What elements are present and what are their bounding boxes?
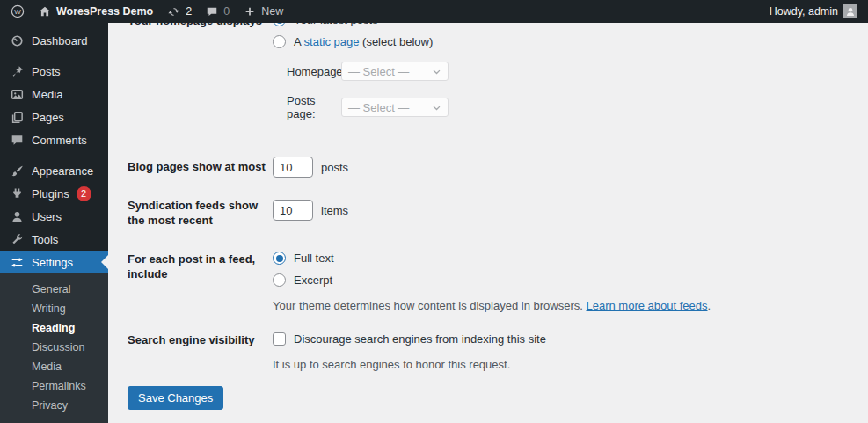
sidebar-item-label: Appearance [32,164,93,178]
updates-count: 2 [186,5,192,18]
sidebar-item-posts[interactable]: Posts [0,60,108,83]
submenu-item-media[interactable]: Media [0,357,108,376]
discourage-indexing-checkbox[interactable] [273,332,286,346]
static-page-option: A static page (select below) [273,33,850,51]
new-content-menu[interactable]: New [244,5,283,18]
homepage-select-value: — Select — [348,65,409,78]
sidebar-item-appearance[interactable]: Appearance [0,159,108,182]
submenu-item-writing[interactable]: Writing [0,299,108,318]
submenu-item-privacy[interactable]: Privacy [0,396,108,415]
pages-icon [9,111,25,124]
full-text-option: Full text [273,249,850,267]
feed-content-label: For each post in a feed, include [128,249,273,312]
chevron-down-icon [432,67,441,77]
homepage-select-row: Homepage: — Select — [273,62,850,81]
home-icon [39,5,51,18]
pushpin-icon [9,65,25,78]
sidebar-item-label: Users [32,210,62,223]
posts-page-select[interactable]: — Select — [341,98,449,117]
items-suffix: items [321,204,348,217]
plugin-icon [9,187,25,201]
comments-icon [9,134,25,147]
site-name: WoresPress Demo [56,5,153,18]
sidebar-item-pages[interactable]: Pages [0,106,108,128]
submenu-item-general[interactable]: General [0,280,108,299]
posts-suffix: posts [321,161,348,174]
static-page-prefix: A [294,35,304,48]
sidebar-item-comments[interactable]: Comments [0,128,108,151]
sidebar-item-label: Settings [32,256,73,269]
comments-link[interactable]: 0 [206,5,230,18]
user-icon [9,210,25,223]
comment-icon [206,5,218,18]
admin-menu: Dashboard Posts Media Pages Comments [0,23,108,423]
blog-pages-row: Blog pages show at most posts [128,157,850,178]
search-visibility-row: Search engine visibility Discourage sear… [128,330,850,371]
sidebar-item-label: Tools [32,233,58,246]
posts-per-page-input[interactable] [273,157,313,178]
feed-content-row: For each post in a feed, include Full te… [128,249,850,312]
plugins-update-badge: 2 [77,186,91,201]
updates-link[interactable]: 2 [167,5,192,18]
sidebar-item-dashboard[interactable]: Dashboard [0,29,108,52]
sidebar-item-tools[interactable]: Tools [0,228,108,251]
excerpt-label: Excerpt [294,273,332,287]
discourage-indexing-option: Discourage search engines from indexing … [273,330,850,348]
sidebar-item-label: Pages [32,111,64,124]
settings-icon [9,256,25,269]
new-label: New [261,5,283,18]
static-page-selects: Homepage: — Select — Posts page: — Selec… [273,62,850,120]
sidebar-item-label: Posts [32,65,61,78]
wrench-icon [9,233,25,246]
feed-items-input[interactable] [273,200,313,221]
plus-icon [244,5,256,18]
syndication-label: Syndication feeds show the most recent [128,195,273,228]
site-link[interactable]: WoresPress Demo [39,5,153,18]
full-text-radio[interactable] [273,252,286,265]
static-page-link[interactable]: static page [304,35,360,48]
homepage-select-label: Homepage: [287,65,341,78]
comments-count: 0 [223,5,230,18]
blog-pages-label: Blog pages show at most [128,157,273,178]
full-text-label: Full text [294,252,334,265]
sidebar-item-plugins[interactable]: Plugins 2 [0,182,108,205]
homepage-select[interactable]: — Select — [341,62,449,81]
static-page-radio[interactable] [273,35,286,48]
reading-settings-form: Your homepage displays Your latest posts… [108,0,868,410]
homepage-displays-row: Your homepage displays Your latest posts… [128,11,850,134]
sidebar-item-label: Media [32,88,62,101]
feed-note: Your theme determines how content is dis… [273,299,850,312]
chevron-down-icon [432,103,441,113]
discourage-indexing-label: Discourage search engines from indexing … [294,332,546,346]
sidebar-item-label: Plugins [32,187,69,201]
sidebar-item-label: Comments [32,134,87,147]
sidebar-item-media[interactable]: Media [0,83,108,106]
avatar [843,4,857,18]
posts-page-select-label: Posts page: [287,94,341,120]
homepage-displays-label: Your homepage displays [128,11,273,134]
submenu-item-discussion[interactable]: Discussion [0,338,108,357]
search-visibility-label: Search engine visibility [128,330,273,371]
paintbrush-icon [9,164,25,178]
save-changes-button[interactable]: Save Changes [128,386,223,410]
svg-text:W: W [14,8,21,16]
posts-page-select-value: — Select — [348,101,409,114]
learn-more-feeds-link[interactable]: Learn more about feeds [586,299,707,312]
media-icon [9,88,25,101]
main-menu: Dashboard Posts Media Pages Comments [0,23,108,423]
excerpt-radio[interactable] [273,273,286,287]
feed-note-text: Your theme determines how content is dis… [273,299,586,312]
updates-icon [167,5,180,18]
sidebar-item-users[interactable]: Users [0,205,108,228]
search-visibility-note: It is up to search engines to honor this… [273,358,850,371]
account-menu[interactable]: Howdy, admin [770,4,857,18]
submenu-item-reading[interactable]: Reading [0,318,108,338]
static-page-suffix: (select below) [359,35,433,48]
excerpt-option: Excerpt [273,271,850,289]
sidebar-item-settings[interactable]: Settings [0,251,108,273]
submenu-item-permalinks[interactable]: Permalinks [0,376,108,396]
feed-note-period: . [708,299,711,312]
sidebar-item-label: Dashboard [32,34,88,47]
wordpress-logo-menu[interactable]: W [11,4,25,18]
admin-bar: W WoresPress Demo 2 0 New Howdy, admin [0,0,868,23]
